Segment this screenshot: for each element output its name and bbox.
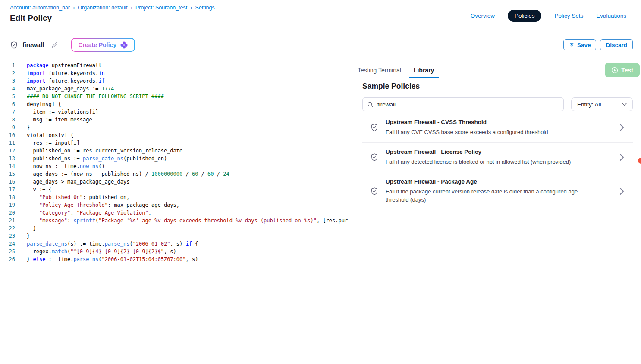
page-header: Account: automation_har›Organization: de… [0,0,641,29]
code-line: } [27,124,349,131]
discard-button[interactable]: Discard [600,39,633,50]
policy-description: Fail if any CVE CVSS base score exceeds … [386,128,602,136]
test-button[interactable]: Test [605,63,640,77]
line-number: 9 [0,124,15,131]
notification-dot[interactable] [638,158,641,164]
code-line: } else := time.parse_ns("2006-01-02T15:0… [27,255,349,263]
breadcrumb-link[interactable]: Project: Sourabh_test [135,5,187,11]
chevron-right-icon[interactable] [619,153,624,161]
header-left: Account: automation_har›Organization: de… [10,4,215,29]
chevron-down-icon [622,103,627,106]
indent-guide [27,224,27,232]
code-line: regex.match("^[0-9]{4}-[0-9]{2}-[0-9]{2}… [27,248,349,255]
line-number: 14 [0,162,15,170]
tab-library[interactable]: Library [409,60,439,78]
line-number: 13 [0,155,15,162]
code-line: age_days > max_package_age_days [27,178,349,186]
breadcrumb-separator: › [190,4,192,11]
breadcrumb-link[interactable]: Organization: default [78,5,127,11]
panel-tabs-row: Testing TerminalLibrary Test [353,60,641,78]
indent-guide [27,217,27,224]
code-line: violations[v] { [27,131,349,139]
policy-shield-icon [370,123,379,132]
line-number: 21 [0,217,15,224]
code-line: item := violations[i] [27,108,349,116]
entity-filter-value: Entity: All [577,101,601,108]
toolbar: firewall Create Policy [0,29,641,60]
search-icon [367,101,374,108]
policy-text: Upstream Firewall - License PolicyFail i… [386,149,619,166]
nav-item-policies[interactable]: Policies [508,10,542,22]
create-policy-button-inner: Create Policy [72,39,134,51]
breadcrumb-separator: › [73,4,75,11]
code-line: v := { [27,186,349,193]
nav-item-evaluations[interactable]: Evaluations [596,12,626,19]
discard-label: Discard [606,42,627,48]
code-line: "Published On": published_on, [27,193,349,201]
code-line: #### DO NOT CHANGE THE FOLLOWING SCRIPT … [27,93,349,100]
indent-guide [27,147,27,155]
line-number: 24 [0,240,15,248]
breadcrumb-link[interactable]: Settings [195,5,215,11]
line-number: 15 [0,170,15,178]
line-number: 8 [0,116,15,124]
line-number: 6 [0,100,15,108]
indent-guide [27,139,27,147]
line-number: 16 [0,178,15,186]
code-editor[interactable]: 1234567891011121314151617181920212223242… [0,60,349,364]
test-button-label: Test [621,67,633,74]
line-number: 26 [0,255,15,263]
code-line: } [27,232,349,240]
code-line: deny[msg] { [27,100,349,108]
tab-testing-terminal[interactable]: Testing Terminal [358,60,401,78]
upload-icon [569,42,575,48]
entity-filter-dropdown[interactable]: Entity: All [571,97,633,111]
line-number: 19 [0,201,15,209]
sample-policies-heading: Sample Policies [362,82,641,91]
nav-item-overview[interactable]: Overview [471,12,495,19]
indent-guide [33,217,33,224]
code-line: parse_date_ns(s) := time.parse_ns("2006-… [27,240,349,248]
edit-name-icon[interactable] [51,41,58,49]
chevron-right-icon[interactable] [619,124,624,131]
line-number: 18 [0,193,15,201]
search-box [362,97,564,111]
code-line: now_ns := time.now_ns() [27,162,349,170]
code-content: package upstreamFirewallimport future.ke… [27,62,349,364]
indent-guide [33,209,33,217]
line-number: 10 [0,131,15,139]
policy-text: Upstream Firewall - Package AgeFail if t… [386,178,619,203]
code-line: published_on := res.current_version_rele… [27,147,349,155]
policy-title: Upstream Firewall - Package Age [386,178,619,185]
breadcrumb: Account: automation_har›Organization: de… [10,4,215,11]
policy-list-item[interactable]: Upstream Firewall - Package AgeFail if t… [362,172,633,210]
line-number: 7 [0,108,15,116]
create-policy-label: Create Policy [78,41,116,48]
policy-list-item[interactable]: Upstream Firewall - License PolicyFail i… [362,143,633,172]
code-line: import future.keywords.in [27,69,349,77]
save-button[interactable]: Save [563,39,597,50]
panel-tabs: Testing TerminalLibrary [358,60,439,78]
indent-guide [27,209,27,217]
code-line: msg := item.message [27,116,349,124]
policy-text: Upstream Firewall - CVSS ThresholdFail i… [386,119,619,136]
create-policy-button[interactable]: Create Policy [71,38,135,52]
policy-shield-icon [370,187,379,196]
breadcrumb-separator: › [131,4,132,11]
nav-item-policy-sets[interactable]: Policy Sets [554,12,583,19]
indent-guide [33,201,33,209]
code-line: max_package_age_days := 1774 [27,85,349,93]
indent-guide [27,155,27,162]
code-line: age_days := (now_ns - published_ns) / 10… [27,170,349,178]
policy-shield-icon [10,41,18,49]
library-controls: Entity: All [362,97,633,111]
code-line: } [27,224,349,232]
indent-guide [33,193,33,201]
chevron-right-icon[interactable] [619,187,624,195]
search-input[interactable] [377,101,559,108]
indent-guide [27,162,27,170]
breadcrumb-link[interactable]: Account: automation_har [10,5,70,11]
line-number: 23 [0,232,15,240]
line-number: 3 [0,77,15,85]
policy-list-item[interactable]: Upstream Firewall - CVSS ThresholdFail i… [362,113,633,143]
